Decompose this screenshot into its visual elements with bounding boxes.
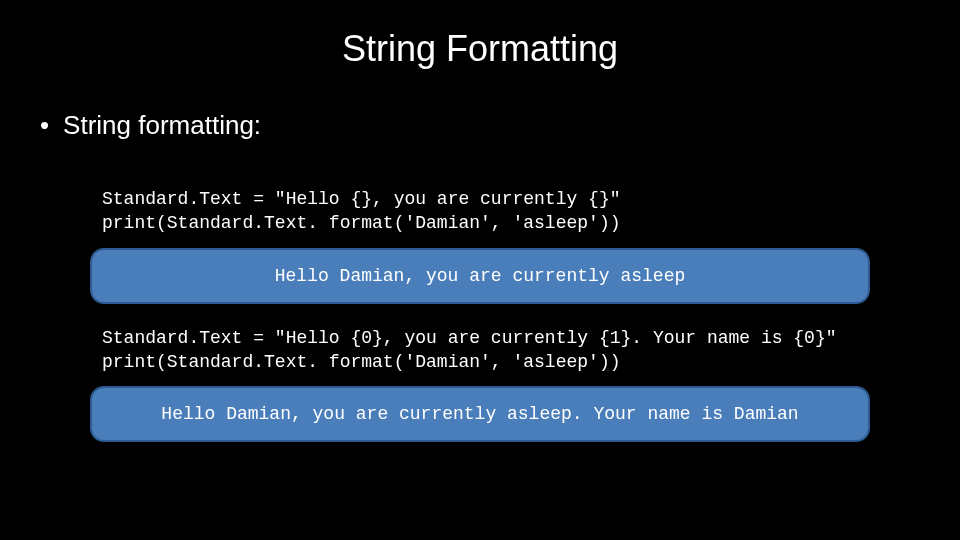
example-1: Standard.Text = "Hello {}, you are curre… <box>30 187 930 304</box>
slide: String Formatting • String formatting: S… <box>0 0 960 540</box>
code-line: print(Standard.Text. format('Damian', 'a… <box>102 352 620 372</box>
example-2: Standard.Text = "Hello {0}, you are curr… <box>30 326 930 443</box>
bullet-item: • String formatting: <box>40 110 930 141</box>
bullet-icon: • <box>40 112 49 138</box>
code-block-1: Standard.Text = "Hello {}, you are curre… <box>102 187 890 236</box>
slide-title: String Formatting <box>30 28 930 70</box>
bullet-text: String formatting: <box>63 110 261 141</box>
code-block-2: Standard.Text = "Hello {0}, you are curr… <box>102 326 890 375</box>
output-box-1: Hello Damian, you are currently asleep <box>90 248 870 304</box>
code-line: Standard.Text = "Hello {}, you are curre… <box>102 189 620 209</box>
code-line: Standard.Text = "Hello {0}, you are curr… <box>102 328 837 348</box>
output-box-2: Hello Damian, you are currently asleep. … <box>90 386 870 442</box>
code-line: print(Standard.Text. format('Damian', 'a… <box>102 213 620 233</box>
